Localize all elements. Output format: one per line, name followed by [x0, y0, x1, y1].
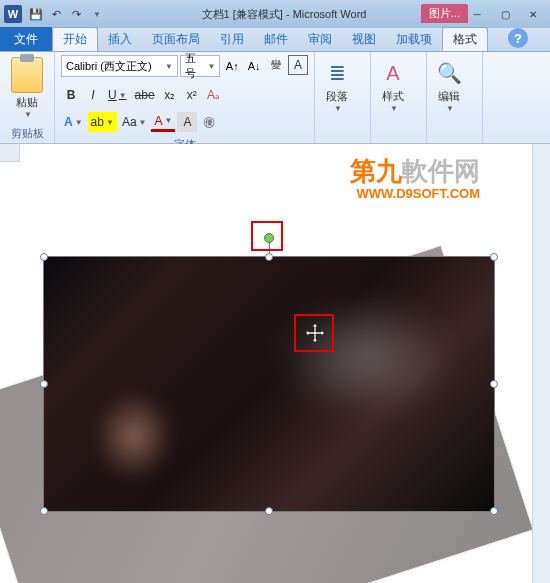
watermark-url: WWW.D9SOFT.COM: [357, 186, 481, 201]
styles-label: 样式: [382, 89, 404, 104]
font-size-value: 五号: [185, 51, 205, 81]
redo-icon[interactable]: ↷: [68, 6, 84, 22]
move-cursor-icon: [304, 322, 326, 344]
change-case-button[interactable]: Aa▼: [119, 112, 150, 132]
text-effects-button[interactable]: A▼: [61, 112, 86, 132]
paste-label: 粘贴: [16, 95, 38, 110]
styles-icon: A: [377, 57, 409, 89]
ribbon: 粘贴 ▼ 剪贴板 Calibri (西文正文)▼ 五号▼ A↑ A↓ 變 A B: [0, 52, 550, 144]
help-button[interactable]: ?: [508, 28, 528, 48]
font-name-value: Calibri (西文正文): [66, 59, 152, 74]
window-title: 文档1 [兼容模式] - Microsoft Word: [104, 7, 464, 22]
undo-icon[interactable]: ↶: [48, 6, 64, 22]
quick-access-toolbar: 💾 ↶ ↷ ▼: [28, 6, 104, 22]
compat-mode: [兼容模式]: [233, 8, 283, 20]
underline-button[interactable]: U▼: [105, 85, 130, 105]
editing-group: 🔍 编辑 ▼: [427, 52, 483, 143]
shrink-font-button[interactable]: A↓: [244, 55, 264, 77]
paragraph-label: 段落: [326, 89, 348, 104]
tab-addins[interactable]: 加载项: [386, 27, 442, 51]
tab-references[interactable]: 引用: [210, 27, 254, 51]
selected-image[interactable]: [43, 256, 495, 512]
tab-mailings[interactable]: 邮件: [254, 27, 298, 51]
font-color-button[interactable]: A▼: [151, 112, 175, 132]
tab-review[interactable]: 审阅: [298, 27, 342, 51]
bold-button[interactable]: B: [61, 85, 81, 105]
resize-handle-mr[interactable]: [490, 380, 498, 388]
picture-tools-context-tab[interactable]: 图片...: [421, 4, 468, 23]
paste-icon: [11, 57, 43, 93]
strikethrough-button[interactable]: abe: [132, 85, 158, 105]
document-name: 文档1: [202, 8, 230, 20]
watermark-logo: 第九軟件网: [350, 154, 480, 189]
document-canvas[interactable]: 第九軟件网 WWW.D9SOFT.COM: [0, 144, 550, 583]
ribbon-tabs: 文件 开始 插入 页面布局 引用 邮件 审阅 视图 加载项 格式: [0, 28, 550, 52]
watermark-part2: 軟件网: [402, 156, 480, 186]
editing-button[interactable]: 🔍 编辑 ▼: [433, 55, 465, 141]
highlight-button[interactable]: ab▼: [88, 112, 117, 132]
resize-handle-tm[interactable]: [265, 253, 273, 261]
enclose-chars-button[interactable]: ㊝: [199, 112, 219, 132]
vertical-scrollbar[interactable]: [532, 144, 550, 583]
resize-handle-tr[interactable]: [490, 253, 498, 261]
pinyin-guide-button[interactable]: 變: [266, 55, 286, 75]
paragraph-icon: ≣: [321, 57, 353, 89]
paragraph-button[interactable]: ≣ 段落 ▼: [321, 55, 353, 141]
char-border-button[interactable]: A: [288, 55, 308, 75]
font-size-dropdown[interactable]: 五号▼: [180, 55, 220, 77]
resize-handle-ml[interactable]: [40, 380, 48, 388]
clear-formatting-button[interactable]: Aₐ: [204, 85, 224, 105]
maximize-button[interactable]: ▢: [492, 6, 518, 22]
app-name: Microsoft Word: [293, 8, 367, 20]
tab-insert[interactable]: 插入: [98, 27, 142, 51]
resize-handle-tl[interactable]: [40, 253, 48, 261]
save-icon[interactable]: 💾: [28, 6, 44, 22]
paste-button[interactable]: 粘贴 ▼: [6, 55, 48, 124]
superscript-button[interactable]: x²: [182, 85, 202, 105]
paragraph-group: ≣ 段落 ▼: [315, 52, 371, 143]
clipboard-group: 粘贴 ▼ 剪贴板: [0, 52, 55, 143]
tab-format[interactable]: 格式: [442, 27, 488, 51]
subscript-button[interactable]: x₂: [160, 85, 180, 105]
styles-group: A 样式 ▼: [371, 52, 427, 143]
close-button[interactable]: ✕: [520, 6, 546, 22]
window-controls: ─ ▢ ✕: [464, 6, 546, 22]
resize-handle-bl[interactable]: [40, 507, 48, 515]
word-app-icon: W: [4, 5, 22, 23]
resize-handle-bm[interactable]: [265, 507, 273, 515]
clipboard-group-label: 剪贴板: [6, 124, 48, 141]
ruler-corner: [0, 144, 20, 162]
find-icon: 🔍: [433, 57, 465, 89]
qat-dropdown-icon[interactable]: ▼: [88, 6, 104, 22]
editing-label: 编辑: [438, 89, 460, 104]
tab-file[interactable]: 文件: [0, 27, 52, 51]
italic-button[interactable]: I: [83, 85, 103, 105]
grow-font-button[interactable]: A↑: [222, 55, 242, 77]
tab-home[interactable]: 开始: [52, 27, 98, 51]
font-group: Calibri (西文正文)▼ 五号▼ A↑ A↓ 變 A B I U▼ abe…: [55, 52, 315, 143]
tab-page-layout[interactable]: 页面布局: [142, 27, 210, 51]
font-name-dropdown[interactable]: Calibri (西文正文)▼: [61, 55, 178, 77]
resize-handle-br[interactable]: [490, 507, 498, 515]
styles-button[interactable]: A 样式 ▼: [377, 55, 409, 141]
annotation-box-rotate: [251, 221, 283, 251]
watermark-part1: 第九: [350, 156, 402, 186]
char-shading-button[interactable]: A: [177, 112, 197, 132]
tab-view[interactable]: 视图: [342, 27, 386, 51]
chevron-down-icon: ▼: [24, 110, 32, 119]
